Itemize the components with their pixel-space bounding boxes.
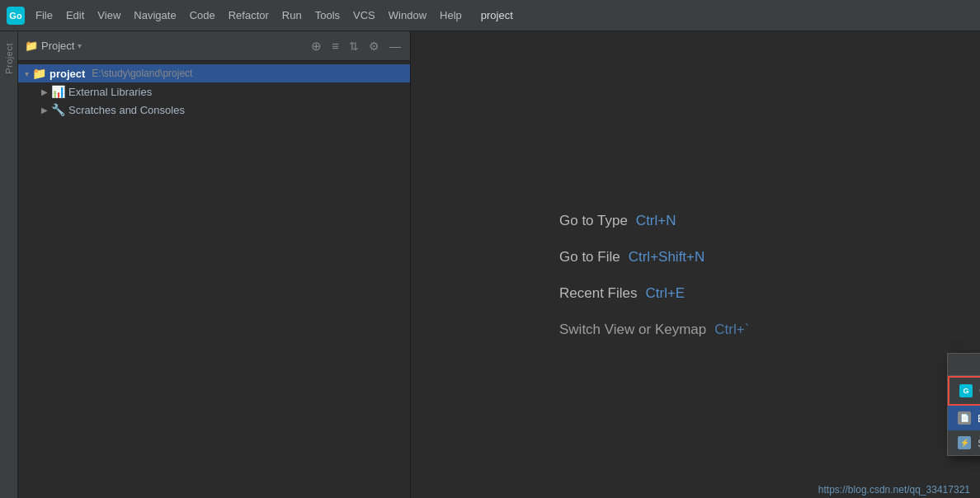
shortcut-go-to-type-key[interactable]: Ctrl+N bbox=[636, 213, 676, 229]
tree-root-label: project bbox=[49, 68, 85, 80]
menu-help[interactable]: Help bbox=[434, 6, 468, 25]
menu-refactor[interactable]: Refactor bbox=[223, 6, 275, 25]
left-tab-label[interactable]: Project bbox=[2, 38, 16, 79]
main-content: Go to Type Ctrl+N Go to File Ctrl+Shift+… bbox=[411, 31, 980, 498]
shortcut-switch-view-label: Switch View or Keymap bbox=[559, 322, 706, 338]
menu-item-go-program[interactable]: G Go程序 bbox=[948, 376, 980, 406]
tree-lib-arrow: ▶ bbox=[41, 87, 48, 96]
tree-scratch-arrow: ▶ bbox=[41, 106, 48, 115]
status-bar: https://blog.csdn.net/qq_33417321 bbox=[808, 482, 980, 498]
shortcut-go-to-file-label: Go to File bbox=[559, 249, 620, 265]
app-icon: Go bbox=[7, 7, 25, 25]
tree-external-libraries[interactable]: ▶ 📊 External Libraries bbox=[18, 82, 410, 101]
main-layout: Project 📁 Project ▾ ⊕ ≡ ⇅ ⚙ — ▾ 📁 pro bbox=[0, 31, 980, 498]
folder-icon: 📁 bbox=[25, 40, 38, 52]
library-icon: 📊 bbox=[51, 85, 65, 98]
dropdown-arrow-icon: ▾ bbox=[78, 41, 82, 50]
shortcut-recent-files-label: Recent Files bbox=[559, 285, 637, 302]
project-folder-icon: 📁 bbox=[32, 67, 46, 80]
shortcuts-panel: Go to Type Ctrl+N Go to File Ctrl+Shift+… bbox=[559, 213, 749, 338]
sidebar-header: 📁 Project ▾ ⊕ ≡ ⇅ ⚙ — bbox=[18, 31, 410, 61]
collapse-all-icon[interactable]: ⇅ bbox=[346, 38, 361, 54]
tree-scratch-label: Scratches and Consoles bbox=[68, 104, 185, 116]
shortcut-go-to-file-key[interactable]: Ctrl+Shift+N bbox=[629, 249, 705, 265]
menu-tools[interactable]: Tools bbox=[309, 6, 346, 25]
go-program-icon: G bbox=[959, 384, 973, 397]
window-title: project bbox=[481, 9, 513, 21]
menu-vcs[interactable]: VCS bbox=[347, 6, 381, 25]
menu-file[interactable]: File bbox=[30, 6, 59, 25]
scratch-icon: 🔧 bbox=[51, 103, 65, 116]
project-dropdown[interactable]: 📁 Project ▾ bbox=[25, 40, 82, 52]
project-dropdown-label[interactable]: Project bbox=[41, 40, 74, 52]
locate-icon[interactable]: ⊕ bbox=[309, 37, 324, 55]
shortcut-go-to-file: Go to File Ctrl+Shift+N bbox=[559, 249, 749, 265]
status-url: https://blog.csdn.net/qq_33417321 bbox=[818, 484, 970, 496]
shortcut-go-to-type-label: Go to Type bbox=[559, 213, 628, 229]
tree-root-path: E:\study\goland\project bbox=[92, 68, 192, 79]
sidebar: 📁 Project ▾ ⊕ ≡ ⇅ ⚙ — ▾ 📁 project E:\stu… bbox=[18, 31, 411, 498]
settings-icon[interactable]: ⚙ bbox=[366, 38, 382, 54]
tree-expand-arrow: ▾ bbox=[25, 69, 29, 78]
menu-run[interactable]: Run bbox=[276, 6, 308, 25]
menu-edit[interactable]: Edit bbox=[60, 6, 90, 25]
sidebar-toolbar: ⊕ ≡ ⇅ ⚙ — bbox=[309, 37, 403, 55]
menu-navigate[interactable]: Navigate bbox=[128, 6, 181, 25]
menu-bar: File Edit View Navigate Code Refactor Ru… bbox=[30, 6, 468, 25]
left-panel-tab[interactable]: Project bbox=[0, 31, 18, 498]
tree-root-project[interactable]: ▾ 📁 project E:\study\goland\project bbox=[18, 64, 410, 82]
shortcut-switch-view-key[interactable]: Ctrl+` bbox=[714, 322, 749, 338]
shortcut-switch-view: Switch View or Keymap Ctrl+` bbox=[559, 322, 749, 338]
menu-item-empty-file[interactable]: 📄 Empty file bbox=[948, 406, 980, 430]
shortcut-recent-files-key[interactable]: Ctrl+E bbox=[645, 285, 685, 302]
shortcut-recent-files: Recent Files Ctrl+E bbox=[559, 285, 749, 302]
tree-lib-label: External Libraries bbox=[68, 86, 152, 98]
simple-app-icon: ⚡ bbox=[958, 436, 971, 449]
empty-file-icon: 📄 bbox=[958, 411, 971, 425]
close-sidebar-icon[interactable]: — bbox=[387, 38, 403, 54]
sidebar-tree: ▾ 📁 project E:\study\goland\project ▶ 📊 … bbox=[18, 61, 410, 498]
menu-view[interactable]: View bbox=[92, 6, 126, 25]
menu-window[interactable]: Window bbox=[383, 6, 432, 25]
tree-scratches[interactable]: ▶ 🔧 Scratches and Consoles bbox=[18, 101, 410, 119]
title-bar: Go File Edit View Navigate Code Refactor… bbox=[0, 0, 980, 31]
shortcut-go-to-type: Go to Type Ctrl+N bbox=[559, 213, 749, 229]
menu-code[interactable]: Code bbox=[184, 6, 221, 25]
new-go-file-title: New Go File bbox=[948, 354, 980, 376]
new-go-file-menu: New Go File G Go程序 📄 Empty file ⚡ bbox=[947, 353, 980, 456]
menu-item-simple-app[interactable]: ⚡ Simple Application bbox=[948, 430, 980, 455]
expand-all-icon[interactable]: ≡ bbox=[329, 37, 342, 54]
